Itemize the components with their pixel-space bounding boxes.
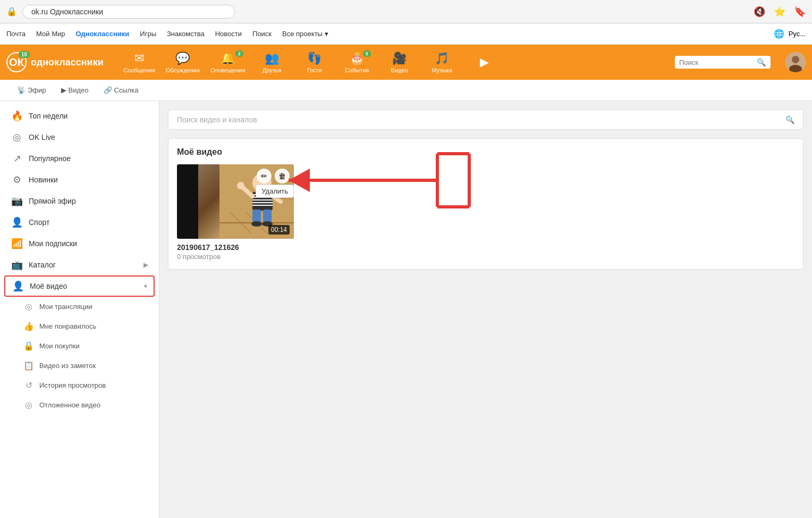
history-icon: ↺ xyxy=(23,380,34,390)
sidebar-item-top-week[interactable]: 🔥 Топ недели xyxy=(0,105,159,127)
events-icon: 🎂 xyxy=(350,52,364,65)
catalog-arrow-icon: ▶ xyxy=(143,261,148,269)
link-label: Ссылка xyxy=(114,86,139,94)
deferred-icon: ◎ xyxy=(23,400,34,410)
nav-video[interactable]: 🎥 Видео xyxy=(384,52,416,73)
sidebar-subitem-notes-video[interactable]: 📋 Видео из заметок xyxy=(0,356,159,375)
liked-icon: 👍 xyxy=(23,321,34,331)
link-icon: 🔗 xyxy=(104,86,112,94)
star-icon[interactable]: ⭐ xyxy=(774,6,785,18)
delete-video-button[interactable]: 🗑 xyxy=(275,169,290,183)
sidebar-subitem-deferred[interactable]: ◎ Отложенное видео xyxy=(0,395,159,415)
delete-tooltip: Удалить xyxy=(256,185,294,198)
arrow-annotation xyxy=(262,148,475,233)
nav-music[interactable]: 🎵 Музыка xyxy=(426,52,458,73)
sub-tab-efir[interactable]: 📡 Эфир xyxy=(11,83,53,97)
top-nav: Почта Мой Мир Одноклассники Игры Знакомс… xyxy=(0,23,812,45)
content-area: Поиск видео и каналов 🔍 Моё видео xyxy=(159,101,812,518)
messages-label: Сообщения xyxy=(123,67,155,73)
video-label: Видео xyxy=(391,67,408,73)
sidebar-item-popular[interactable]: ↗ Популярное xyxy=(0,148,159,169)
globe-icon: 🌐 xyxy=(774,29,784,39)
popular-icon: ↗ xyxy=(11,153,23,164)
music-icon: 🎵 xyxy=(435,52,449,65)
nav-pochta[interactable]: Почта xyxy=(6,30,26,38)
svg-rect-18 xyxy=(252,210,261,223)
svg-point-20 xyxy=(251,221,262,227)
nav-friends[interactable]: 👥 Друзья xyxy=(256,52,288,73)
user-avatar[interactable] xyxy=(785,52,806,72)
sidebar-label-my-video: Моё видео xyxy=(30,282,67,290)
video-search-bar[interactable]: Поиск видео и каналов 🔍 xyxy=(168,110,803,130)
sidebar-subitem-liked[interactable]: 👍 Мне понравилось xyxy=(0,316,159,336)
sidebar-label-catalog: Каталог xyxy=(29,261,56,269)
nav-igry[interactable]: Игры xyxy=(140,30,156,38)
url-bar[interactable]: ok.ru Одноклассники xyxy=(22,5,235,19)
nav-moy-mir[interactable]: Мой Мир xyxy=(36,30,65,38)
sub-tab-link[interactable]: 🔗 Ссылка xyxy=(97,83,145,97)
events-label: События xyxy=(345,67,369,73)
ok-search-box[interactable]: 🔍 xyxy=(675,56,771,69)
sidebar-sublabel-purchases: Мои покупки xyxy=(39,342,80,350)
sidebar-item-new[interactable]: ⚙ Новинки xyxy=(0,169,159,190)
sidebar-subitem-history[interactable]: ↺ История просмотров xyxy=(0,375,159,395)
sidebar-item-ok-live[interactable]: ◎ OK Live xyxy=(0,127,159,148)
bookmark-icon[interactable]: 🔖 xyxy=(794,6,806,18)
sidebar-item-live-stream[interactable]: 📷 Прямой эфир xyxy=(0,190,159,212)
sidebar-item-catalog[interactable]: 📺 Каталог ▶ xyxy=(0,254,159,275)
my-video-arrow-icon: ▾ xyxy=(144,282,147,290)
nav-novosti[interactable]: Новости xyxy=(215,30,242,38)
sidebar-item-subscriptions[interactable]: 📶 Мои подписки xyxy=(0,233,159,254)
efir-icon: 📡 xyxy=(17,86,26,94)
svg-rect-19 xyxy=(263,210,272,223)
sidebar-sublabel-liked: Мне понравилось xyxy=(39,322,96,330)
nav-live[interactable]: ▶ xyxy=(469,55,501,69)
language-label[interactable]: Рус... xyxy=(789,30,806,38)
video-thumbnail[interactable]: ✏ 🗑 Удалить 00:14 xyxy=(177,164,294,239)
video-actions: ✏ 🗑 xyxy=(257,169,290,183)
efir-label: Эфир xyxy=(28,86,46,94)
broadcasts-icon: ◎ xyxy=(23,302,34,312)
edit-video-button[interactable]: ✏ xyxy=(257,169,272,183)
video-search-icon[interactable]: 🔍 xyxy=(785,115,794,124)
sidebar-item-my-video[interactable]: 👤 Моё видео ▾ xyxy=(4,275,155,297)
discussions-label: Обсуждения xyxy=(166,67,200,73)
live-icon: ▶ xyxy=(480,55,489,69)
browser-icons: 🔇 ⭐ 🔖 xyxy=(754,6,806,18)
nav-events[interactable]: 🎂 5 События xyxy=(341,52,373,73)
video-card[interactable]: ✏ 🗑 Удалить 00:14 20190617_121626 0 прос… xyxy=(177,164,294,261)
purchases-icon: 🔒 xyxy=(23,341,34,351)
nav-messages[interactable]: ✉ Сообщения xyxy=(123,52,155,73)
sidebar-label-sport: Спорт xyxy=(29,218,49,227)
guests-label: Гости xyxy=(307,67,322,73)
top-nav-right: 🌐 Рус... xyxy=(774,29,806,39)
friends-label: Друзья xyxy=(263,67,282,73)
notifications-icon: 🔔 xyxy=(221,52,235,65)
sidebar-sublabel-broadcasts: Мои трансляции xyxy=(39,303,92,311)
nav-guests[interactable]: 👣 Гости xyxy=(299,52,331,73)
subscriptions-icon: 📶 xyxy=(11,238,23,249)
mute-icon[interactable]: 🔇 xyxy=(754,6,765,18)
sidebar-label-ok-live: OK Live xyxy=(29,133,55,141)
nav-notifications[interactable]: 🔔 2 Оповещения xyxy=(210,52,246,73)
nav-all-projects[interactable]: Все проекты ▾ xyxy=(282,30,328,38)
logo-text: одноклассники xyxy=(31,57,104,68)
nav-znakomstva[interactable]: Знакомства xyxy=(167,30,205,38)
main-layout: 🔥 Топ недели ◎ OK Live ↗ Популярное ⚙ Но… xyxy=(0,101,812,518)
video-search-placeholder: Поиск видео и каналов xyxy=(177,115,257,124)
sidebar-sublabel-history: История просмотров xyxy=(39,381,106,389)
video-duration: 00:14 xyxy=(268,225,290,235)
discussions-icon: 💬 xyxy=(175,52,190,65)
sub-tab-video[interactable]: ▶ Видео xyxy=(55,83,95,97)
nav-odnoklassniki[interactable]: Одноклассники xyxy=(76,30,130,38)
sidebar-subitem-purchases[interactable]: 🔒 Мои покупки xyxy=(0,336,159,356)
nav-poisk[interactable]: Поиск xyxy=(252,30,272,38)
sidebar-label-popular: Популярное xyxy=(29,154,71,163)
sidebar-item-sport[interactable]: 👤 Спорт xyxy=(0,212,159,233)
ok-logo[interactable]: ОК 10 одноклассники xyxy=(6,52,113,72)
nav-discussions[interactable]: 💬 Обсуждения xyxy=(166,52,200,73)
sidebar-label-new: Новинки xyxy=(29,176,58,184)
logo-badge: 10 xyxy=(19,51,30,58)
sidebar-subitem-my-broadcasts[interactable]: ◎ Мои трансляции xyxy=(0,297,159,316)
ok-search-input[interactable] xyxy=(679,59,754,66)
